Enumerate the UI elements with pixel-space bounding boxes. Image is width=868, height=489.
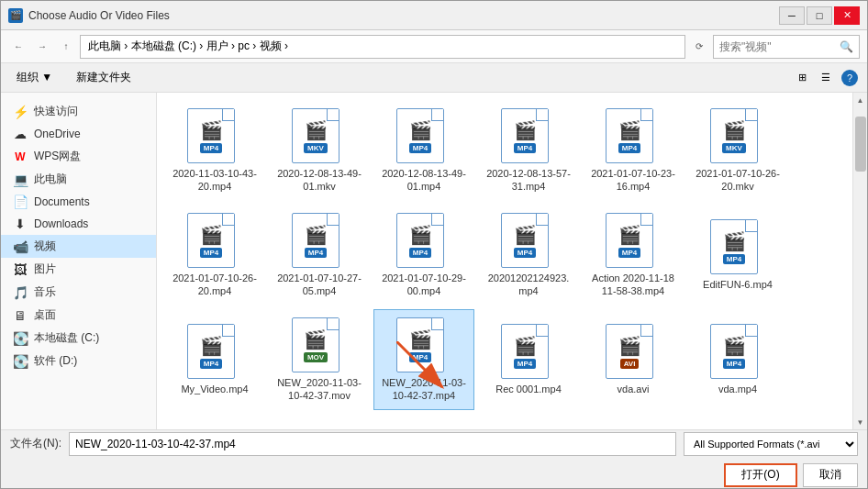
- file-icon-wrap: 🎬 MP4: [187, 213, 242, 268]
- sidebar-item-pictures[interactable]: 🖼 图片: [1, 258, 156, 281]
- onedrive-icon: ☁: [12, 127, 28, 141]
- cancel-button[interactable]: 取消: [803, 463, 858, 487]
- file-name: 2021-01-07-10-23-16.mp4: [589, 167, 677, 194]
- camera-icon: 🎬: [200, 119, 223, 141]
- file-icon-wrap: 🎬 MP4: [501, 108, 556, 163]
- up-button[interactable]: ↑: [56, 37, 76, 57]
- file-type-badge: MP4: [409, 143, 431, 153]
- sidebar-item-desktop[interactable]: 🖥 桌面: [1, 304, 156, 327]
- camera-icon: 🎬: [409, 119, 432, 141]
- desktop-icon: 🖥: [12, 308, 28, 323]
- maximize-button[interactable]: □: [807, 6, 832, 25]
- file-item[interactable]: 🎬 MP4 EditFUN-6.mp4: [687, 205, 788, 306]
- file-item[interactable]: 🎬 MP4 2020-12-08-13-57-31.mp4: [478, 100, 579, 201]
- file-item[interactable]: 🎬 MP4 My_Video.mp4: [164, 309, 265, 410]
- file-name: NEW_2020-11-03-10-42-37.mp4: [380, 376, 468, 403]
- format-select[interactable]: All Supported Formats (*.avi: [684, 432, 858, 456]
- file-item[interactable]: 🎬 MP4 20201202124923.mp4: [478, 205, 579, 306]
- breadcrumb-bar[interactable]: 此电脑 › 本地磁盘 (C:) › 用户 › pc › 视频 ›: [80, 35, 685, 59]
- scroll-down[interactable]: ▼: [853, 415, 868, 429]
- sidebar-item-videos[interactable]: 📹 视频: [1, 235, 156, 258]
- file-item[interactable]: 🎬 MP4 2020-12-08-13-49-01.mp4: [373, 100, 474, 201]
- addressbar: ← → ↑ 此电脑 › 本地磁盘 (C:) › 用户 › pc › 视频 › ⟳…: [1, 30, 867, 63]
- open-button[interactable]: 打开(O): [724, 463, 797, 487]
- file-item[interactable]: 🎬 MP4 vda.mp4: [687, 309, 788, 410]
- footer-row-1: 文件名(N): All Supported Formats (*.avi: [10, 432, 858, 456]
- camera-icon: 🎬: [305, 224, 328, 246]
- vertical-scrollbar[interactable]: ▲ ▼: [852, 93, 867, 429]
- sidebar-item-label: 音乐: [34, 284, 56, 300]
- file-item[interactable]: 🎬 MP4 2021-01-07-10-23-16.mp4: [583, 100, 684, 201]
- sidebar-item-soft-d[interactable]: 💽 软件 (D:): [1, 350, 156, 372]
- file-item[interactable]: 🎬 MKV 2020-12-08-13-49-01.mkv: [269, 100, 370, 201]
- sidebar-item-wps[interactable]: W WPS网盘: [1, 145, 156, 168]
- file-name: Action 2020-11-18 11-58-38.mp4: [589, 272, 677, 298]
- camera-icon: 🎬: [618, 119, 641, 141]
- file-area: 🎬 MP4 2020-11-03-10-43-20.mp4 🎬 MKV 2020…: [157, 93, 867, 429]
- file-icon-wrap: 🎬 MP4: [187, 324, 242, 379]
- sidebar-item-label: 图片: [34, 261, 56, 277]
- scroll-up[interactable]: ▲: [853, 93, 868, 107]
- sidebar-item-quick-access[interactable]: ⚡ 快速访问: [1, 100, 156, 123]
- file-type-badge: MP4: [514, 359, 536, 369]
- file-item[interactable]: 🎬 MP4 2020-11-03-10-43-20.mp4: [164, 100, 265, 201]
- sidebar-item-label: 快速访问: [34, 104, 78, 119]
- sidebar-item-onedrive[interactable]: ☁ OneDrive: [1, 123, 156, 145]
- file-item[interactable]: 🎬 MOV NEW_2020-11-03-10-42-37.mov: [269, 309, 370, 410]
- file-item[interactable]: 🎬 MKV 2021-01-07-10-26-20.mkv: [687, 100, 788, 201]
- new-folder-button[interactable]: 新建文件夹: [68, 66, 139, 89]
- organize-button[interactable]: 组织 ▼: [8, 66, 61, 89]
- sidebar: ⚡ 快速访问 ☁ OneDrive W WPS网盘 💻 此电脑 📄 Docume…: [1, 93, 157, 429]
- sidebar-item-this-pc[interactable]: 💻 此电脑: [1, 168, 156, 191]
- file-item[interactable]: 🎬 MP4 2021-01-07-10-29-00.mp4: [373, 205, 474, 306]
- window-title: Choose Audio Or Video Files: [28, 9, 779, 22]
- toolbar: 组织 ▼ 新建文件夹 ⊞ ☰ ?: [1, 63, 867, 93]
- new-folder-label: 新建文件夹: [76, 70, 131, 85]
- scroll-thumb[interactable]: [855, 117, 866, 172]
- refresh-button[interactable]: ⟳: [689, 37, 709, 57]
- sidebar-item-music[interactable]: 🎵 音乐: [1, 281, 156, 304]
- sidebar-item-local-c[interactable]: 💽 本地磁盘 (C:): [1, 327, 156, 350]
- camera-icon: 🎬: [723, 335, 746, 357]
- minimize-button[interactable]: ─: [779, 6, 805, 25]
- camera-icon: 🎬: [514, 335, 537, 357]
- filename-input[interactable]: [69, 432, 676, 456]
- scroll-track[interactable]: [853, 107, 868, 415]
- titlebar: 🎬 Choose Audio Or Video Files ─ □ ✕: [1, 1, 867, 30]
- file-item[interactable]: 🎬 AVI vda.avi: [583, 309, 684, 410]
- file-name: EditFUN-6.mp4: [703, 278, 773, 291]
- back-button[interactable]: ←: [8, 37, 28, 57]
- camera-icon: 🎬: [304, 328, 327, 350]
- forward-button[interactable]: →: [32, 37, 52, 57]
- soft-d-icon: 💽: [12, 354, 28, 369]
- file-name: vda.avi: [618, 383, 650, 395]
- file-item[interactable]: 🎬 MP4 2021-01-07-10-27-05.mp4: [269, 205, 370, 306]
- file-item[interactable]: 🎬 MP4 NEW_2020-11-03-10-42-37.mp4: [373, 309, 474, 410]
- file-icon-wrap: 🎬 MP4: [710, 219, 765, 274]
- file-type-badge: AVI: [620, 359, 640, 369]
- file-doc-icon: 🎬 MP4: [606, 108, 653, 163]
- file-name: 2020-12-08-13-57-31.mp4: [484, 167, 573, 194]
- file-item[interactable]: 🎬 MP4 Action 2020-11-18 11-58-38.mp4: [583, 205, 684, 306]
- file-item[interactable]: 🎬 MP4 2021-01-07-10-26-20.mp4: [164, 205, 265, 306]
- organize-label: 组织 ▼: [17, 70, 52, 85]
- camera-icon: 🎬: [514, 224, 537, 246]
- file-item[interactable]: 🎬 MP4 Rec 0001.mp4: [478, 309, 579, 410]
- videos-icon: 📹: [12, 239, 28, 254]
- file-doc-icon: 🎬 MP4: [501, 213, 549, 268]
- view-large-icons[interactable]: ⊞: [792, 68, 812, 88]
- close-button[interactable]: ✕: [834, 6, 860, 25]
- search-input[interactable]: [719, 40, 840, 53]
- search-icon[interactable]: 🔍: [840, 40, 853, 53]
- window-controls: ─ □ ✕: [779, 6, 860, 25]
- sidebar-item-label: OneDrive: [34, 128, 81, 140]
- file-doc-icon: 🎬 MP4: [187, 324, 235, 379]
- help-button[interactable]: ?: [840, 68, 860, 88]
- file-doc-icon: 🎬 MKV: [292, 108, 339, 163]
- file-doc-icon: 🎬 MP4: [292, 213, 339, 268]
- file-type-badge: MP4: [200, 248, 222, 258]
- camera-icon: 🎬: [200, 224, 223, 246]
- view-details[interactable]: ☰: [816, 68, 836, 88]
- sidebar-item-downloads[interactable]: ⬇ Downloads: [1, 213, 156, 235]
- sidebar-item-documents[interactable]: 📄 Documents: [1, 191, 156, 213]
